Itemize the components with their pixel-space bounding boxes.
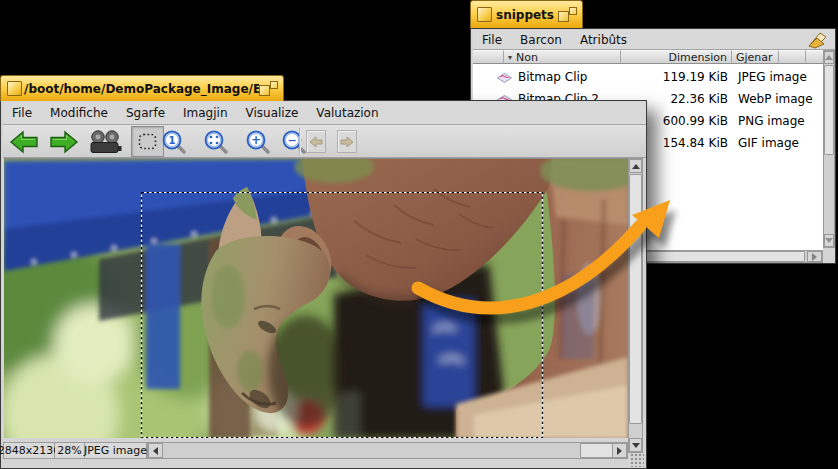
status-bar: 2848x2136 28% JPEG image xyxy=(3,442,147,459)
snippets-menubar: File Barcon Atribûts xyxy=(473,30,835,50)
zoom-in-button[interactable]: + xyxy=(244,128,271,155)
menu-valutazion[interactable]: Valutazion xyxy=(307,104,387,122)
header-spacer xyxy=(473,50,504,64)
column-header-kind[interactable]: Gjenar xyxy=(732,50,779,64)
gargoyle-photo xyxy=(4,159,628,438)
viewer-menubar: File Modifiche Sgarfe Imagjin Visualize … xyxy=(3,102,646,125)
desktop: snippets File Barcon Atribûts xyxy=(0,0,838,469)
forward-button[interactable] xyxy=(48,129,80,155)
close-icon[interactable] xyxy=(7,81,22,96)
zoom-original-button[interactable]: 1 xyxy=(160,128,187,155)
status-file-type: JPEG image xyxy=(85,442,147,459)
menu-modifiche[interactable]: Modifiche xyxy=(41,104,117,122)
slideshow-button[interactable] xyxy=(87,129,123,155)
scroll-up-icon[interactable] xyxy=(629,159,642,173)
zoom-window-icon[interactable] xyxy=(259,81,278,96)
photo-canvas[interactable] xyxy=(4,158,628,438)
scrollbar-thumb[interactable] xyxy=(629,174,642,424)
menu-imagjin[interactable]: Imagjin xyxy=(174,104,236,122)
viewer-window: /boot/home/DemoPackage_Image/Eagle.jpg F… xyxy=(0,75,647,469)
snippets-vscrollbar[interactable] xyxy=(823,50,835,248)
scrollbar-thumb[interactable] xyxy=(824,65,834,155)
svg-text:−: − xyxy=(287,133,296,146)
scroll-right-icon[interactable] xyxy=(807,251,822,262)
sort-arrow-icon: ▾ xyxy=(508,53,512,62)
viewer-window-title: /boot/home/DemoPackage_Image/Eagle.jpg xyxy=(22,82,259,96)
zoom-fit-icon xyxy=(203,129,229,155)
scroll-left-icon[interactable] xyxy=(148,443,163,458)
resize-grip[interactable] xyxy=(630,453,644,467)
scroll-right-icon[interactable] xyxy=(612,443,627,458)
snippets-window-title: snippets xyxy=(492,8,558,22)
viewer-window-body: File Modifiche Sgarfe Imagjin Visualize … xyxy=(0,100,647,469)
page-prev-button[interactable] xyxy=(306,130,326,153)
svg-text:+: + xyxy=(250,133,260,147)
menu-visualize[interactable]: Visualize xyxy=(237,104,308,122)
scroll-down-icon[interactable] xyxy=(824,234,834,247)
menu-barcon[interactable]: Barcon xyxy=(511,31,571,49)
toolbar-separator xyxy=(299,128,300,155)
selection-marquee-icon xyxy=(138,133,157,150)
zoom-window-icon[interactable] xyxy=(558,7,577,22)
svg-text:1: 1 xyxy=(168,135,175,146)
zoom-in-icon: + xyxy=(245,129,271,155)
column-header-name[interactable]: ▾ Non xyxy=(504,50,621,64)
viewer-vscrollbar[interactable] xyxy=(628,158,643,453)
scroll-up-icon[interactable] xyxy=(824,51,834,64)
close-icon[interactable] xyxy=(477,7,492,22)
back-button[interactable] xyxy=(8,129,40,155)
page-next-button[interactable] xyxy=(337,130,357,153)
viewer-toolbar: 1 + xyxy=(3,125,646,158)
column-header-size[interactable]: Dimension xyxy=(621,50,732,64)
header-spacer xyxy=(806,50,823,64)
menu-file[interactable]: File xyxy=(473,31,511,49)
forward-icon xyxy=(49,130,79,154)
zoom-out-icon: − xyxy=(281,129,307,155)
zoom-original-icon: 1 xyxy=(161,129,187,155)
page-next-icon xyxy=(340,136,354,148)
viewer-title-bar[interactable]: /boot/home/DemoPackage_Image/Eagle.jpg xyxy=(0,75,284,101)
list-header: ▾ Non Dimension Gjenar xyxy=(473,50,823,64)
viewer-hscrollbar[interactable] xyxy=(147,442,628,459)
back-icon xyxy=(9,130,39,154)
status-zoom-level: 28% xyxy=(55,442,85,459)
menu-sgarfe[interactable]: Sgarfe xyxy=(117,104,174,122)
page-prev-icon xyxy=(309,136,323,148)
menu-file[interactable]: File xyxy=(3,104,41,122)
menu-atributs[interactable]: Atribûts xyxy=(571,31,636,49)
zoom-fit-button[interactable] xyxy=(202,128,229,155)
header-spacer xyxy=(779,50,806,64)
snippets-title-bar[interactable]: snippets xyxy=(470,0,583,28)
zoom-out-button[interactable]: − xyxy=(280,128,307,155)
slideshow-icon xyxy=(88,130,122,155)
status-dimensions: 2848x2136 xyxy=(3,442,55,459)
scroll-down-icon[interactable] xyxy=(629,438,642,452)
scrollbar-thumb[interactable] xyxy=(580,443,613,458)
